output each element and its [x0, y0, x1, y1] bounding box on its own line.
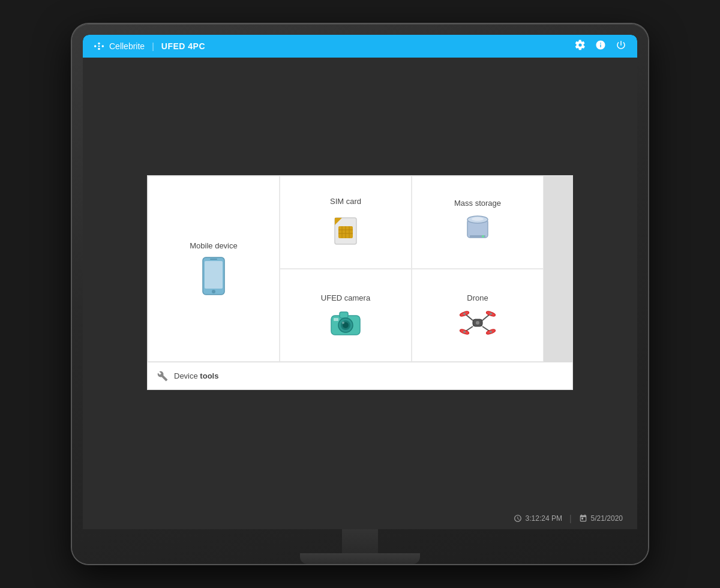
info-icon[interactable]	[595, 40, 606, 53]
main-content: Mobile device	[83, 58, 637, 508]
mobile-icon	[198, 256, 229, 297]
camera-icon	[329, 308, 362, 337]
svg-point-2	[102, 45, 104, 47]
monitor-base	[300, 553, 420, 564]
svg-point-21	[482, 235, 484, 238]
drone-icon	[460, 308, 496, 337]
card-mass-storage[interactable]: Mass storage	[412, 176, 544, 269]
topbar: Cellebrite | UFED 4PC	[83, 35, 637, 58]
svg-point-39	[490, 313, 492, 315]
svg-point-1	[98, 43, 100, 45]
screen-bezel: Cellebrite | UFED 4PC	[83, 35, 637, 529]
time-display: 3:12:24 PM	[514, 514, 562, 523]
svg-point-7	[212, 290, 215, 293]
gear-icon[interactable]	[575, 40, 586, 53]
svg-point-19	[472, 217, 484, 221]
date-value: 5/21/2020	[591, 514, 623, 523]
device-tools-label: Device tools	[174, 371, 218, 380]
svg-line-31	[482, 314, 490, 320]
monitor-neck	[342, 529, 378, 553]
brand-area: Cellebrite | UFED 4PC	[94, 41, 205, 52]
svg-point-27	[342, 322, 344, 324]
card-sim-card[interactable]: SIM card	[280, 176, 412, 269]
mobile-device-label: Mobile device	[190, 241, 238, 250]
svg-rect-8	[210, 259, 217, 260]
svg-point-38	[463, 313, 466, 315]
drone-label: Drone	[467, 293, 488, 302]
calendar-icon	[579, 514, 587, 523]
mass-storage-label: Mass storage	[454, 199, 501, 208]
svg-rect-28	[334, 318, 338, 321]
device-tools-bar[interactable]: Device tools	[147, 362, 573, 390]
svg-rect-6	[205, 261, 223, 289]
date-display: 5/21/2020	[579, 514, 623, 523]
statusbar-divider: |	[569, 514, 572, 523]
sim-icon	[331, 212, 360, 248]
svg-point-40	[463, 331, 466, 333]
tools-icon	[157, 371, 168, 382]
topbar-icons	[575, 40, 626, 53]
cards-grid: Mobile device	[147, 175, 573, 362]
svg-line-30	[466, 314, 473, 320]
app-window: Mobile device	[147, 175, 573, 390]
card-drone[interactable]: Drone	[412, 269, 544, 362]
svg-point-3	[98, 48, 100, 50]
ufed-camera-label: UFED camera	[321, 293, 370, 302]
screen: Cellebrite | UFED 4PC	[83, 35, 637, 529]
svg-rect-23	[340, 312, 348, 318]
sim-card-label: SIM card	[330, 197, 361, 206]
time-value: 3:12:24 PM	[526, 514, 562, 523]
brand-divider: |	[152, 41, 154, 51]
svg-point-0	[94, 45, 97, 47]
svg-point-42	[476, 321, 479, 325]
svg-point-4	[98, 46, 100, 47]
card-ufed-camera[interactable]: UFED camera	[280, 269, 412, 362]
product-label: UFED 4PC	[161, 41, 205, 51]
brand-label: Cellebrite	[109, 41, 145, 51]
storage-icon	[461, 214, 494, 246]
monitor: Cellebrite | UFED 4PC	[72, 24, 648, 564]
cellebrite-logo-icon	[94, 41, 104, 52]
card-mobile-device[interactable]: Mobile device	[148, 176, 280, 362]
svg-point-41	[490, 331, 492, 333]
power-icon[interactable]	[616, 40, 626, 53]
clock-icon	[514, 514, 522, 523]
statusbar: 3:12:24 PM | 5/21/2020	[83, 508, 637, 529]
